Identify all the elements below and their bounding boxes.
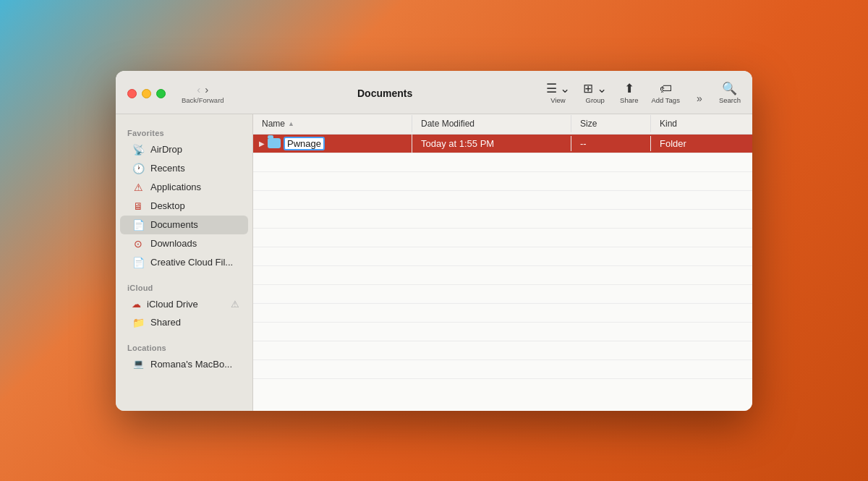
recents-icon: 🕐	[132, 163, 145, 174]
macbook-icon: 💻	[132, 359, 145, 369]
toolbar: ‹ › Back/Forward Documents ☰ ⌄ View ⊞ ⌄ …	[116, 71, 752, 114]
sort-arrow-icon: ▲	[288, 120, 294, 127]
search-label: Search	[719, 96, 741, 104]
forward-button[interactable]: ›	[203, 83, 210, 95]
icloud-drive-icon: ☁	[132, 299, 141, 310]
close-button[interactable]	[127, 89, 137, 98]
icloud-section-label: iCloud	[116, 278, 252, 295]
sidebar-item-label-downloads: Downloads	[150, 238, 197, 249]
sidebar-item-desktop[interactable]: 🖥 Desktop	[120, 197, 248, 216]
desktop-icon: 🖥	[132, 200, 145, 212]
view-label: View	[550, 96, 565, 104]
window-title: Documents	[234, 88, 536, 99]
table-row[interactable]: ▶ Pwnage Today at 1:55 PM -- Folder	[253, 135, 752, 153]
empty-row	[253, 360, 752, 379]
documents-icon: 📄	[132, 219, 145, 231]
col-header-date[interactable]: Date Modified	[412, 115, 571, 132]
shared-icon: 📁	[132, 317, 145, 328]
empty-row	[253, 341, 752, 360]
add-tags-action[interactable]: 🏷 Add Tags	[651, 82, 679, 104]
traffic-lights	[127, 89, 166, 98]
sidebar-item-airdrop[interactable]: 📡 AirDrop	[120, 140, 248, 159]
toolbar-actions: ☰ ⌄ View ⊞ ⌄ Group ⬆ Share 🏷 Add Tags » …	[546, 82, 741, 104]
applications-icon: ⚠	[132, 182, 145, 193]
share-label: Share	[620, 96, 638, 104]
view-action[interactable]: ☰ ⌄ View	[546, 82, 571, 104]
sidebar-item-downloads[interactable]: ⊙ Downloads	[120, 234, 248, 253]
sidebar-item-recents[interactable]: 🕐 Recents	[120, 159, 248, 178]
sidebar-item-label-creative-cloud: Creative Cloud Fil...	[150, 257, 233, 268]
sidebar-item-label-desktop: Desktop	[150, 200, 185, 211]
sidebar-item-creative-cloud[interactable]: 📄 Creative Cloud Fil...	[120, 253, 248, 272]
empty-row	[253, 304, 752, 323]
empty-row	[253, 229, 752, 247]
empty-row	[253, 285, 752, 304]
tag-icon: 🏷	[660, 82, 672, 95]
file-kind-cell: Folder	[651, 136, 752, 151]
folder-icon	[268, 138, 281, 148]
maximize-button[interactable]	[156, 89, 166, 98]
file-name-cell: ▶ Pwnage	[253, 135, 412, 153]
group-action[interactable]: ⊞ ⌄ Group	[583, 82, 607, 104]
locations-section-label: Locations	[116, 338, 252, 355]
minimize-button[interactable]	[142, 89, 151, 98]
icloud-warning-icon: ⚠	[231, 299, 239, 310]
sidebar: Favorites 📡 AirDrop 🕐 Recents ⚠ Applicat…	[116, 114, 253, 411]
sidebar-item-label-documents: Documents	[150, 219, 198, 230]
view-icon: ☰ ⌄	[546, 82, 571, 95]
sidebar-item-label-airdrop: AirDrop	[150, 144, 182, 155]
share-action[interactable]: ⬆ Share	[620, 82, 638, 104]
main-panel: Name ▲ Date Modified Size Kind ▶	[253, 114, 752, 411]
finder-window: ‹ › Back/Forward Documents ☰ ⌄ View ⊞ ⌄ …	[116, 71, 752, 411]
back-forward-group: ‹ › Back/Forward	[182, 83, 224, 104]
empty-row	[253, 191, 752, 210]
sidebar-item-label-applications: Applications	[150, 182, 201, 192]
chevron-right-icon: ▶	[259, 140, 265, 148]
file-name-input[interactable]: Pwnage	[284, 137, 325, 150]
col-header-name[interactable]: Name ▲	[253, 115, 412, 132]
file-list: ▶ Pwnage Today at 1:55 PM -- Folder	[253, 135, 752, 411]
col-header-size[interactable]: Size	[571, 115, 651, 132]
add-tags-label: Add Tags	[651, 96, 679, 104]
search-icon: 🔍	[722, 82, 737, 95]
sidebar-item-label-macbook: Romana's MacBo...	[150, 359, 232, 370]
sidebar-item-shared[interactable]: 📁 Shared	[120, 313, 248, 332]
group-label: Group	[586, 96, 605, 104]
sidebar-item-label-icloud-drive: iCloud Drive	[147, 299, 198, 310]
empty-row	[253, 247, 752, 266]
group-icon: ⊞ ⌄	[583, 82, 607, 95]
airdrop-icon: 📡	[132, 144, 145, 156]
content-area: Favorites 📡 AirDrop 🕐 Recents ⚠ Applicat…	[116, 114, 752, 411]
downloads-icon: ⊙	[132, 238, 145, 250]
sidebar-item-label-shared: Shared	[150, 317, 181, 328]
more-action[interactable]: »	[693, 93, 706, 104]
file-date-cell: Today at 1:55 PM	[412, 136, 571, 151]
creative-cloud-icon: 📄	[132, 257, 145, 268]
empty-row	[253, 266, 752, 285]
back-button[interactable]: ‹	[195, 83, 203, 95]
sidebar-item-macbook[interactable]: 💻 Romana's MacBo...	[120, 355, 248, 373]
sidebar-item-icloud-drive[interactable]: ☁ iCloud Drive ⚠	[120, 295, 248, 313]
empty-row	[253, 172, 752, 191]
share-icon: ⬆	[624, 82, 634, 95]
empty-row	[253, 153, 752, 172]
empty-row	[253, 210, 752, 229]
search-action[interactable]: 🔍 Search	[719, 82, 741, 104]
favorites-section-label: Favorites	[116, 123, 252, 140]
column-headers: Name ▲ Date Modified Size Kind	[253, 114, 752, 135]
empty-row	[253, 323, 752, 341]
col-header-kind[interactable]: Kind	[651, 115, 752, 132]
sidebar-item-applications[interactable]: ⚠ Applications	[120, 178, 248, 197]
sidebar-item-documents[interactable]: 📄 Documents	[120, 216, 248, 234]
file-size-cell: --	[571, 136, 651, 151]
back-forward-label: Back/Forward	[182, 96, 224, 104]
sidebar-item-label-recents: Recents	[150, 163, 185, 174]
